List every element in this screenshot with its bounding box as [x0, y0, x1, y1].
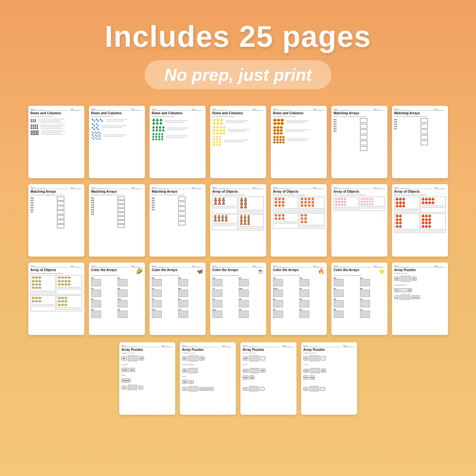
card-title-rc5: Rows and Columns [273, 111, 324, 115]
date-label: Date: _____ [161, 345, 173, 347]
page-card-ao4: Name: ___________ Date: _____ Array of O… [392, 184, 448, 257]
page-card-rc5: Name: ___________ Date: _____ Rows and C… [271, 106, 327, 178]
page-card-ap5: Name: ___________ Date: _____ Array Puzz… [301, 342, 357, 415]
butterfly-icon: 🦋 [197, 268, 203, 274]
star-icon: ⭐ [378, 268, 385, 274]
name-label: Name: ___________ [122, 345, 160, 347]
row-1: Name: ___________ Date: _____ Rows and C… [28, 106, 448, 178]
card-subtitle-ap2: Complete each puzzle. [122, 352, 173, 354]
corn-icon: 🌽 [136, 268, 143, 274]
date-label: Date: _____ [222, 345, 234, 347]
card-title-rc4: Rows and Columns [212, 111, 264, 115]
name-label: Name: ___________ [182, 345, 221, 347]
card-subtitle-ca1: Color each array to show the multiplicat… [91, 274, 143, 276]
name-label: Name: ___________ [152, 187, 190, 189]
card-title-ao1: Array of Objects [212, 190, 264, 194]
card-title-ao5: Array of Objects [31, 268, 82, 272]
card-title-ao2: Array of Objects [273, 190, 324, 194]
card-content-rc5: 🎃🎃🎃🎃🎃🎃 🎃🎃🎃🎃🎃🎃🎃🎃🎃 🎃🎃🎃🎃🎃🎃🎃🎃🎃🎃🎃🎃 [273, 118, 324, 144]
date-label: Date: _____ [252, 265, 264, 267]
date-label: Date: _____ [131, 108, 143, 111]
card-title-ma1: Matching Arrays [334, 111, 385, 115]
date-label: Date: _____ [313, 187, 324, 189]
card-title-ap3: Array Puzzles [182, 348, 234, 352]
card-subtitle-ao1: Write each array as repeated addition an… [212, 194, 264, 196]
pages-grid: Name: ___________ Date: _____ Rows and C… [0, 106, 476, 415]
row-3: Name: ___________ Date: _____ Array of O… [28, 263, 448, 335]
date-label: Date: _____ [131, 187, 143, 189]
page-card-rc1: Name: ___________ Date: _____ Rows and C… [28, 106, 84, 178]
page-card-ao2: Name: ___________ Date: _____ Array of O… [271, 184, 327, 257]
name-label: Name: ___________ [334, 187, 372, 189]
name-label: Name: ___________ [334, 265, 372, 267]
name-label: Name: ___________ [91, 265, 130, 267]
card-title-ma5: Matching Arrays [152, 190, 203, 194]
name-label: Name: ___________ [334, 108, 372, 111]
card-title-ma3: Matching Arrays [31, 190, 82, 194]
name-label: Name: ___________ [152, 265, 190, 267]
card-subtitle-rc1: Fill in the blanks for each set of array… [31, 116, 82, 117]
name-label: Name: ___________ [273, 108, 312, 111]
date-label: Date: _____ [192, 265, 203, 267]
date-label: Date: _____ [374, 265, 385, 267]
card-title-ca4: Color the Arrays [273, 268, 299, 272]
page-card-ma3: Name: ___________ Date: _____ Matching A… [28, 184, 84, 257]
date-label: Date: _____ [434, 187, 446, 189]
card-subtitle-rc4: Fill in the blanks for each set of array… [212, 116, 264, 117]
card-subtitle-ca3: Color each array to show the multiplicat… [212, 274, 264, 276]
card-title-ca2: Color the Arrays [152, 268, 178, 272]
date-label: Date: _____ [283, 345, 294, 347]
card-subtitle-ma4: Draw lines to match the multiplication f… [91, 194, 143, 196]
date-label: Date: _____ [434, 108, 446, 111]
name-label: Name: ___________ [212, 108, 251, 111]
date-label: Date: _____ [374, 187, 385, 189]
name-label: Name: ___________ [243, 345, 281, 347]
card-subtitle-ma5: Draw lines to match the multiplication f… [152, 194, 203, 196]
page-card-ca3: Name: ___________ Date: _____ Color the … [210, 263, 266, 335]
name-label: Name: ___________ [303, 345, 342, 347]
name-label: Name: ___________ [212, 265, 251, 267]
date-label: Date: _____ [252, 108, 264, 111]
name-label: Name: ___________ [31, 187, 69, 189]
name-label: Name: ___________ [212, 187, 251, 189]
card-subtitle-rc3: Fill in the blanks for each set of array… [152, 116, 203, 117]
date-label: Date: _____ [374, 108, 385, 111]
name-label: Name: ___________ [273, 187, 312, 189]
page-card-rc4: Name: ___________ Date: _____ Rows and C… [210, 106, 266, 178]
page-card-ao3: Name: ___________ Date: _____ Array of O… [331, 184, 387, 257]
page-card-rc3: Name: ___________ Date: _____ Rows and C… [150, 106, 206, 178]
date-label: Date: _____ [192, 108, 203, 111]
card-title-rc2: Rows and Columns [91, 111, 143, 115]
page-card-ma2: Name: ___________ Date: _____ Matching A… [392, 106, 448, 178]
card-subtitle-ap1: Complete each puzzle. [394, 272, 446, 274]
card-content-rc2: 🐾🐾🐾 🐾🐾🐾🐾 🐾🐾🐾🐾🐾🐾🐾🐾🐾 [91, 118, 143, 140]
card-title-ap1: Array Puzzles [394, 268, 446, 272]
card-subtitle-ao2: Write each array as repeated addition an… [273, 194, 324, 196]
card-title-ca3: Color the Arrays [212, 268, 238, 272]
page-card-rc2: Name: ___________ Date: _____ Rows and C… [89, 106, 145, 178]
subtitle: No prep, just print [164, 65, 312, 85]
coffee-icon: ☕ [257, 268, 264, 274]
card-title-ca5: Color the Arrays [334, 268, 359, 272]
card-title-ma4: Matching Arrays [91, 190, 143, 194]
page-card-ao5: Name: ___________ Date: _____ Array of O… [28, 263, 84, 335]
page-card-ao1: Name: ___________ Date: _____ Array of O… [210, 184, 266, 257]
date-label: Date: _____ [192, 187, 203, 189]
card-title-rc1: Rows and Columns [31, 111, 82, 115]
card-title-ao3: Array of Objects [334, 190, 385, 194]
date-label: Date: _____ [70, 187, 82, 189]
name-label: Name: ___________ [152, 108, 190, 111]
card-subtitle-ma2: Draw lines to match the multiplication f… [394, 116, 446, 117]
name-label: Name: ___________ [273, 265, 312, 267]
page-card-ca5: Name: ___________ Date: _____ Color the … [331, 263, 387, 335]
card-subtitle-rc2: Fill in the blanks for each set of array… [91, 116, 143, 117]
card-subtitle-ap4: Complete each puzzle. [243, 352, 294, 354]
row-2: Name: ___________ Date: _____ Matching A… [28, 184, 448, 257]
card-title-ap2: Array Puzzles [122, 348, 173, 352]
fire-icon: 🔥 [318, 268, 324, 274]
card-subtitle-ap3: Complete each puzzle. [182, 352, 234, 354]
date-label: Date: _____ [434, 265, 446, 267]
date-label: Date: _____ [70, 108, 82, 111]
name-label: Name: ___________ [394, 265, 433, 267]
date-label: Date: _____ [252, 187, 264, 189]
